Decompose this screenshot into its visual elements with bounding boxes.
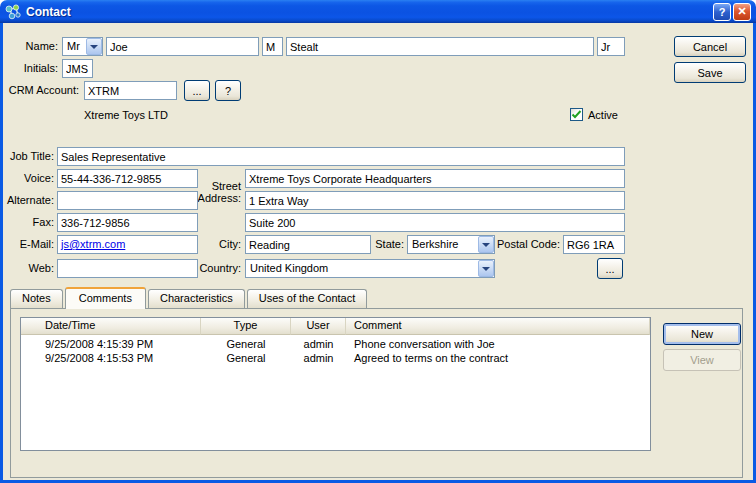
cell-comment: Phone conversation with Joe bbox=[346, 337, 650, 351]
window-title: Contact bbox=[26, 5, 711, 19]
country-select[interactable]: United Kingdom bbox=[245, 259, 495, 278]
postal-code-input[interactable] bbox=[563, 235, 625, 254]
table-row[interactable]: 9/25/2008 4:15:53 PM General admin Agree… bbox=[21, 351, 650, 365]
comments-table[interactable]: Date/Time Type User Comment 9/25/2008 4:… bbox=[20, 317, 651, 451]
crm-account-label: CRM Account: bbox=[3, 81, 79, 100]
cell-user: admin bbox=[291, 351, 346, 365]
crm-help-button[interactable]: ? bbox=[215, 80, 241, 101]
city-label: City: bbox=[191, 235, 241, 254]
alternate-input[interactable] bbox=[57, 191, 198, 210]
street-line1-input[interactable] bbox=[245, 169, 625, 188]
close-button[interactable]: ✕ bbox=[733, 3, 751, 21]
street-address-label-line2: Address: bbox=[191, 192, 241, 204]
middle-initial-input[interactable] bbox=[262, 37, 283, 56]
contact-dialog: Contact ? ✕ Name: Mr Cancel Save Initial… bbox=[0, 0, 756, 483]
view-button: View bbox=[663, 349, 741, 371]
state-value: Berkshire bbox=[412, 236, 458, 253]
cancel-button[interactable]: Cancel bbox=[674, 36, 746, 57]
state-select[interactable]: Berkshire bbox=[407, 235, 495, 254]
column-header-datetime[interactable]: Date/Time bbox=[21, 318, 201, 335]
job-title-label: Job Title: bbox=[3, 147, 54, 166]
email-link[interactable]: js@xtrm.com bbox=[61, 238, 125, 250]
cell-datetime: 9/25/2008 4:15:53 PM bbox=[21, 351, 201, 365]
country-label: Country: bbox=[191, 259, 241, 278]
window-icon bbox=[5, 4, 21, 20]
tab-comments[interactable]: Comments bbox=[65, 287, 146, 309]
help-button[interactable]: ? bbox=[713, 3, 731, 21]
cell-type: General bbox=[201, 351, 291, 365]
fax-label: Fax: bbox=[3, 213, 54, 232]
voice-input[interactable] bbox=[57, 169, 198, 188]
city-input[interactable] bbox=[245, 235, 371, 254]
job-title-input[interactable] bbox=[57, 147, 625, 166]
crm-account-name: Xtreme Toys LTD bbox=[84, 107, 168, 123]
initials-label: Initials: bbox=[3, 59, 58, 78]
dropdown-arrow-icon[interactable] bbox=[86, 38, 102, 55]
voice-label: Voice: bbox=[3, 169, 54, 188]
active-checkbox[interactable] bbox=[570, 108, 583, 121]
street-address-label-line1: Street bbox=[191, 180, 241, 192]
save-button[interactable]: Save bbox=[674, 62, 746, 83]
name-label: Name: bbox=[3, 37, 58, 56]
alternate-label: Alternate: bbox=[3, 191, 54, 210]
column-header-comment[interactable]: Comment bbox=[346, 318, 650, 335]
tab-notes[interactable]: Notes bbox=[10, 289, 63, 308]
cell-datetime: 9/25/2008 4:15:39 PM bbox=[21, 337, 201, 351]
column-header-user[interactable]: User bbox=[291, 318, 346, 335]
first-name-input[interactable] bbox=[106, 37, 259, 56]
title-bar[interactable]: Contact ? ✕ bbox=[0, 0, 756, 23]
email-field[interactable]: js@xtrm.com bbox=[57, 235, 198, 254]
comments-table-header: Date/Time Type User Comment bbox=[21, 318, 650, 335]
initials-input[interactable] bbox=[62, 59, 93, 78]
state-label: State: bbox=[371, 235, 404, 254]
cell-comment: Agreed to terms on the contract bbox=[346, 351, 650, 365]
new-button[interactable]: New bbox=[663, 323, 741, 345]
tab-uses-of-the-contact[interactable]: Uses of the Contact bbox=[247, 289, 368, 308]
last-name-input[interactable] bbox=[286, 37, 594, 56]
active-label: Active bbox=[588, 107, 618, 123]
tab-strip: Notes Comments Characteristics Uses of t… bbox=[10, 287, 369, 309]
country-browse-button[interactable]: ... bbox=[597, 258, 623, 279]
column-header-type[interactable]: Type bbox=[201, 318, 291, 335]
dropdown-arrow-icon[interactable] bbox=[478, 260, 494, 277]
name-prefix-select[interactable]: Mr bbox=[62, 37, 103, 56]
postal-code-label: Postal Code: bbox=[483, 235, 560, 254]
dialog-frame: Name: Mr Cancel Save Initials: CRM Accou… bbox=[0, 23, 756, 483]
crm-account-input[interactable] bbox=[84, 81, 177, 100]
web-input[interactable] bbox=[57, 259, 198, 278]
suffix-input[interactable] bbox=[597, 37, 625, 56]
fax-input[interactable] bbox=[57, 213, 198, 232]
email-label: E-Mail: bbox=[3, 235, 54, 254]
country-value: United Kingdom bbox=[250, 260, 328, 277]
tab-characteristics[interactable]: Characteristics bbox=[148, 289, 245, 308]
cell-user: admin bbox=[291, 337, 346, 351]
checkmark-icon bbox=[571, 109, 582, 120]
web-label: Web: bbox=[3, 259, 54, 278]
table-row[interactable]: 9/25/2008 4:15:39 PM General admin Phone… bbox=[21, 337, 650, 351]
name-prefix-value: Mr bbox=[67, 38, 80, 55]
cell-type: General bbox=[201, 337, 291, 351]
street-line2-input[interactable] bbox=[245, 191, 625, 210]
street-line3-input[interactable] bbox=[245, 213, 625, 232]
dialog-body: Name: Mr Cancel Save Initials: CRM Accou… bbox=[3, 23, 753, 480]
crm-browse-button[interactable]: ... bbox=[184, 80, 210, 101]
